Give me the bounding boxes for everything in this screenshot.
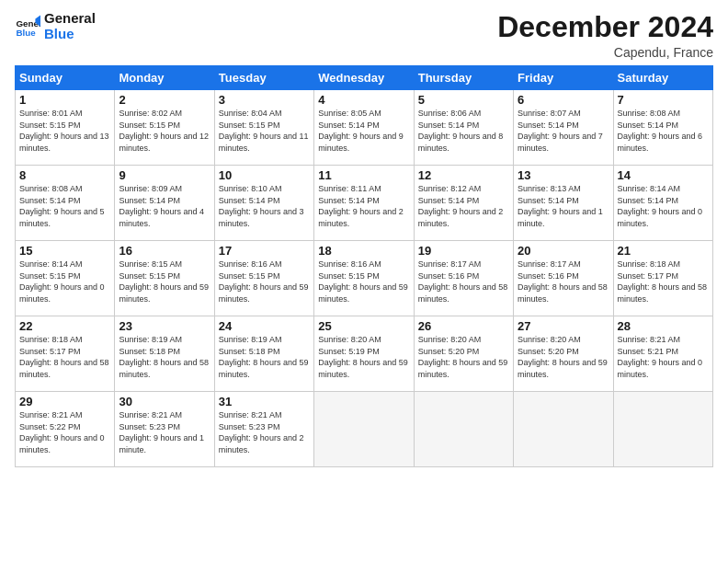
day-number: 27	[518, 319, 609, 333]
day-number: 2	[119, 93, 210, 107]
day-detail: Sunrise: 8:11 AMSunset: 5:14 PMDaylight:…	[318, 184, 404, 228]
calendar-header-row: Sunday Monday Tuesday Wednesday Thursday…	[16, 66, 713, 90]
table-row: 27 Sunrise: 8:20 AMSunset: 5:20 PMDaylig…	[514, 316, 613, 392]
day-number: 28	[618, 319, 709, 333]
table-row: 31 Sunrise: 8:21 AMSunset: 5:23 PMDaylig…	[214, 392, 313, 467]
table-row: 30 Sunrise: 8:21 AMSunset: 5:23 PMDaylig…	[115, 392, 214, 467]
table-row: 12 Sunrise: 8:12 AMSunset: 5:14 PMDaylig…	[414, 166, 513, 241]
day-detail: Sunrise: 8:04 AMSunset: 5:15 PMDaylight:…	[219, 109, 309, 153]
day-detail: Sunrise: 8:18 AMSunset: 5:17 PMDaylight:…	[618, 259, 708, 304]
day-detail: Sunrise: 8:07 AMSunset: 5:14 PMDaylight:…	[518, 109, 603, 153]
day-detail: Sunrise: 8:15 AMSunset: 5:15 PMDaylight:…	[119, 259, 209, 304]
table-row: 16 Sunrise: 8:15 AMSunset: 5:15 PMDaylig…	[115, 241, 214, 316]
table-row: 1 Sunrise: 8:01 AMSunset: 5:15 PMDayligh…	[16, 90, 115, 166]
day-detail: Sunrise: 8:16 AMSunset: 5:15 PMDaylight:…	[219, 259, 309, 304]
day-detail: Sunrise: 8:21 AMSunset: 5:21 PMDaylight:…	[618, 335, 703, 379]
calendar-week-row: 1 Sunrise: 8:01 AMSunset: 5:15 PMDayligh…	[16, 90, 713, 166]
day-detail: Sunrise: 8:14 AMSunset: 5:15 PMDaylight:…	[19, 259, 105, 304]
table-row: 5 Sunrise: 8:06 AMSunset: 5:14 PMDayligh…	[414, 90, 513, 166]
table-row	[414, 392, 513, 467]
day-number: 5	[418, 93, 509, 107]
day-detail: Sunrise: 8:10 AMSunset: 5:14 PMDaylight:…	[219, 184, 304, 228]
col-tuesday: Tuesday	[214, 66, 313, 90]
table-row: 26 Sunrise: 8:20 AMSunset: 5:20 PMDaylig…	[414, 316, 513, 392]
day-detail: Sunrise: 8:09 AMSunset: 5:14 PMDaylight:…	[119, 184, 204, 228]
title-block: December 2024 Capendu, France	[497, 11, 713, 60]
page-container: General Blue General Blue December 2024 …	[0, 0, 728, 475]
day-number: 23	[119, 319, 210, 333]
table-row: 10 Sunrise: 8:10 AMSunset: 5:14 PMDaylig…	[214, 166, 313, 241]
day-detail: Sunrise: 8:14 AMSunset: 5:14 PMDaylight:…	[618, 184, 703, 228]
table-row	[514, 392, 613, 467]
day-detail: Sunrise: 8:05 AMSunset: 5:14 PMDaylight:…	[318, 109, 404, 153]
day-number: 6	[518, 93, 609, 107]
day-detail: Sunrise: 8:18 AMSunset: 5:17 PMDaylight:…	[19, 335, 109, 379]
day-number: 15	[19, 244, 110, 258]
day-number: 26	[418, 319, 509, 333]
calendar-week-row: 8 Sunrise: 8:08 AMSunset: 5:14 PMDayligh…	[16, 166, 713, 241]
day-number: 8	[19, 168, 110, 182]
day-number: 30	[119, 395, 210, 408]
day-detail: Sunrise: 8:20 AMSunset: 5:20 PMDaylight:…	[418, 335, 508, 379]
day-detail: Sunrise: 8:21 AMSunset: 5:23 PMDaylight:…	[219, 410, 304, 454]
table-row: 7 Sunrise: 8:08 AMSunset: 5:14 PMDayligh…	[613, 90, 712, 166]
table-row: 14 Sunrise: 8:14 AMSunset: 5:14 PMDaylig…	[613, 166, 712, 241]
day-number: 1	[19, 93, 110, 107]
table-row: 17 Sunrise: 8:16 AMSunset: 5:15 PMDaylig…	[214, 241, 313, 316]
table-row: 2 Sunrise: 8:02 AMSunset: 5:15 PMDayligh…	[115, 90, 214, 166]
col-friday: Friday	[514, 66, 613, 90]
day-number: 20	[518, 244, 609, 258]
table-row: 15 Sunrise: 8:14 AMSunset: 5:15 PMDaylig…	[16, 241, 115, 316]
table-row: 3 Sunrise: 8:04 AMSunset: 5:15 PMDayligh…	[214, 90, 313, 166]
day-detail: Sunrise: 8:02 AMSunset: 5:15 PMDaylight:…	[119, 109, 209, 153]
svg-text:Blue: Blue	[16, 27, 36, 37]
table-row: 21 Sunrise: 8:18 AMSunset: 5:17 PMDaylig…	[613, 241, 712, 316]
day-number: 18	[318, 244, 409, 258]
table-row	[613, 392, 712, 467]
logo: General Blue General Blue	[15, 11, 96, 41]
day-number: 25	[318, 319, 409, 333]
day-number: 10	[219, 168, 310, 182]
day-number: 22	[19, 319, 110, 333]
day-detail: Sunrise: 8:17 AMSunset: 5:16 PMDaylight:…	[518, 259, 608, 304]
table-row: 19 Sunrise: 8:17 AMSunset: 5:16 PMDaylig…	[414, 241, 513, 316]
col-sunday: Sunday	[16, 66, 115, 90]
day-detail: Sunrise: 8:12 AMSunset: 5:14 PMDaylight:…	[418, 184, 504, 228]
day-number: 17	[219, 244, 310, 258]
table-row: 25 Sunrise: 8:20 AMSunset: 5:19 PMDaylig…	[314, 316, 414, 392]
calendar-week-row: 15 Sunrise: 8:14 AMSunset: 5:15 PMDaylig…	[16, 241, 713, 316]
day-detail: Sunrise: 8:21 AMSunset: 5:23 PMDaylight:…	[119, 410, 204, 454]
col-monday: Monday	[115, 66, 214, 90]
col-wednesday: Wednesday	[314, 66, 414, 90]
table-row: 13 Sunrise: 8:13 AMSunset: 5:14 PMDaylig…	[514, 166, 613, 241]
day-detail: Sunrise: 8:08 AMSunset: 5:14 PMDaylight:…	[19, 184, 105, 228]
calendar-week-row: 29 Sunrise: 8:21 AMSunset: 5:22 PMDaylig…	[16, 392, 713, 467]
day-number: 29	[19, 395, 110, 408]
day-number: 9	[119, 168, 210, 182]
table-row: 8 Sunrise: 8:08 AMSunset: 5:14 PMDayligh…	[16, 166, 115, 241]
day-detail: Sunrise: 8:08 AMSunset: 5:14 PMDaylight:…	[618, 109, 703, 153]
day-number: 31	[219, 395, 310, 408]
table-row: 29 Sunrise: 8:21 AMSunset: 5:22 PMDaylig…	[16, 392, 115, 467]
table-row: 9 Sunrise: 8:09 AMSunset: 5:14 PMDayligh…	[115, 166, 214, 241]
day-detail: Sunrise: 8:16 AMSunset: 5:15 PMDaylight:…	[318, 259, 408, 304]
day-number: 11	[318, 168, 409, 182]
day-detail: Sunrise: 8:20 AMSunset: 5:19 PMDaylight:…	[318, 335, 408, 379]
table-row: 11 Sunrise: 8:11 AMSunset: 5:14 PMDaylig…	[314, 166, 414, 241]
calendar-week-row: 22 Sunrise: 8:18 AMSunset: 5:17 PMDaylig…	[16, 316, 713, 392]
day-number: 12	[418, 168, 509, 182]
table-row: 24 Sunrise: 8:19 AMSunset: 5:18 PMDaylig…	[214, 316, 313, 392]
table-row	[314, 392, 414, 467]
day-detail: Sunrise: 8:17 AMSunset: 5:16 PMDaylight:…	[418, 259, 508, 304]
day-number: 4	[318, 93, 409, 107]
day-detail: Sunrise: 8:20 AMSunset: 5:20 PMDaylight:…	[518, 335, 608, 379]
logo-general: General	[44, 10, 96, 26]
table-row: 23 Sunrise: 8:19 AMSunset: 5:18 PMDaylig…	[115, 316, 214, 392]
day-number: 24	[219, 319, 310, 333]
table-row: 20 Sunrise: 8:17 AMSunset: 5:16 PMDaylig…	[514, 241, 613, 316]
table-row: 6 Sunrise: 8:07 AMSunset: 5:14 PMDayligh…	[514, 90, 613, 166]
day-detail: Sunrise: 8:19 AMSunset: 5:18 PMDaylight:…	[219, 335, 309, 379]
col-thursday: Thursday	[414, 66, 513, 90]
table-row: 28 Sunrise: 8:21 AMSunset: 5:21 PMDaylig…	[613, 316, 712, 392]
day-number: 13	[518, 168, 609, 182]
